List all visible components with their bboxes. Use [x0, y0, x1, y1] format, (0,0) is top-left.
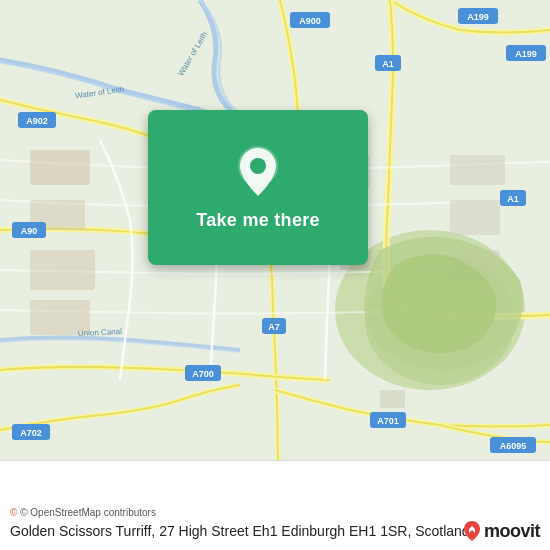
svg-rect-11 — [450, 155, 505, 185]
map-container: A902 A900 A199 A199 A1 A1 A90 A7 A700 A7… — [0, 0, 550, 460]
svg-text:A900: A900 — [299, 16, 321, 26]
svg-text:A902: A902 — [26, 116, 48, 126]
location-card[interactable]: Take me there — [148, 110, 368, 265]
moovit-pin-icon — [463, 520, 481, 542]
svg-text:A1: A1 — [507, 194, 519, 204]
svg-text:A702: A702 — [20, 428, 42, 438]
svg-text:A701: A701 — [377, 416, 399, 426]
moovit-text: moovit — [484, 521, 540, 542]
svg-text:A6095: A6095 — [500, 441, 527, 451]
svg-text:A700: A700 — [192, 369, 214, 379]
svg-point-44 — [250, 158, 266, 174]
copyright-icon: © — [10, 507, 17, 518]
svg-rect-42 — [380, 390, 405, 408]
take-me-there-button[interactable]: Take me there — [196, 210, 320, 231]
svg-text:A199: A199 — [515, 49, 537, 59]
svg-text:A199: A199 — [467, 12, 489, 22]
address-line: Golden Scissors Turriff, 27 High Street … — [10, 522, 540, 542]
moovit-logo: moovit — [463, 520, 540, 542]
location-pin-icon — [234, 144, 282, 200]
svg-text:A90: A90 — [21, 226, 38, 236]
copyright-text: © OpenStreetMap contributors — [20, 507, 156, 518]
svg-rect-12 — [450, 200, 500, 235]
svg-rect-5 — [30, 250, 95, 290]
bottom-bar: © © OpenStreetMap contributors Golden Sc… — [0, 460, 550, 550]
svg-rect-3 — [30, 150, 90, 185]
svg-text:A7: A7 — [268, 322, 280, 332]
copyright-line: © © OpenStreetMap contributors — [10, 507, 540, 518]
svg-text:A1: A1 — [382, 59, 394, 69]
